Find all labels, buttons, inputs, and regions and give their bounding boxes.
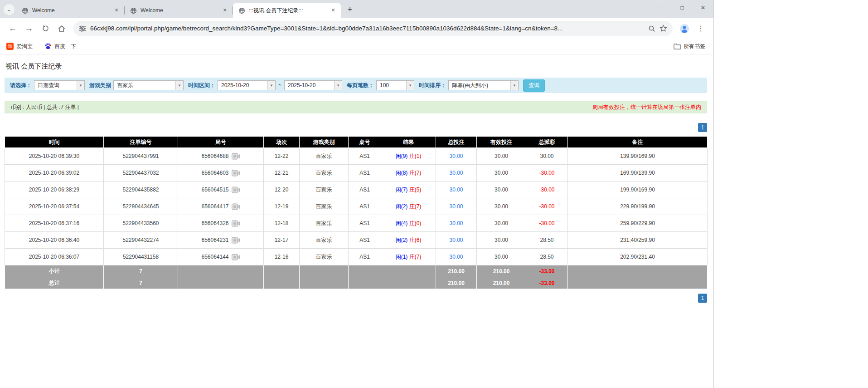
bookmark-taobao[interactable]: 淘 爱淘宝: [6, 43, 33, 50]
home-button[interactable]: [54, 21, 69, 36]
close-icon[interactable]: ×: [329, 6, 337, 15]
bookmark-star-icon[interactable]: [659, 25, 667, 32]
url-text[interactable]: 66cxkj98.com/ipl/portal.php/game/betreco…: [90, 25, 644, 32]
summary-count: 7: [104, 265, 178, 277]
chevron-down-icon: ▾: [175, 81, 183, 90]
cell-payout: -30.00: [526, 165, 568, 182]
cell-bet-id: 522904435882: [104, 182, 178, 198]
cell-total-bet: 30.00: [436, 249, 477, 265]
cell-time: 2025-10-20 06:37:54: [5, 198, 104, 215]
column-header: 总派彩: [526, 137, 568, 148]
tab-bet-records[interactable]: :::视讯 会员下注纪录::: ×: [233, 3, 341, 18]
result-banker: 庄(7): [409, 254, 422, 260]
cell-payout: 28.50: [526, 249, 568, 265]
cell-payout: 30.00: [526, 148, 568, 165]
sort-select[interactable]: 降幂(由大到小) ▾: [448, 80, 519, 90]
video-icon[interactable]: [232, 237, 240, 244]
cell-payout: -30.00: [526, 198, 568, 215]
page-number-button[interactable]: 1: [698, 294, 707, 303]
total-bet-link[interactable]: 30.00: [449, 187, 463, 193]
total-bet-link[interactable]: 30.00: [449, 254, 463, 260]
table-row: 2025-10-20 06:36:07522904431158656064144…: [5, 249, 708, 265]
close-icon[interactable]: ×: [112, 6, 121, 15]
video-icon[interactable]: [232, 187, 240, 193]
per-page-select[interactable]: 100 ▾: [376, 80, 414, 90]
payout-value: 28.50: [540, 254, 553, 260]
tab-search-icon[interactable]: ⌄: [4, 4, 15, 15]
cell-time: 2025-10-20 06:36:07: [5, 249, 104, 265]
cell-result: 闲(2) 庄(6): [381, 232, 436, 249]
zoom-icon[interactable]: [648, 25, 655, 32]
close-window-button[interactable]: ✕: [693, 0, 713, 15]
minimize-button[interactable]: ─: [651, 0, 672, 15]
summary-payout: -33.00: [526, 277, 568, 289]
total-bet-link[interactable]: 30.00: [449, 170, 463, 176]
chevron-down-icon: ▾: [334, 81, 342, 90]
chevron-down-icon: ▾: [267, 81, 275, 90]
profile-avatar[interactable]: [677, 21, 692, 36]
all-bookmarks-button[interactable]: 所有书签: [674, 43, 705, 50]
refresh-icon: [42, 25, 49, 32]
cell-payout: 28.50: [526, 232, 568, 249]
result-banker: 庄(7): [409, 203, 422, 210]
cell-bet-id: 522904432274: [104, 232, 178, 249]
globe-icon: [130, 7, 137, 14]
game-type-select[interactable]: 百家乐 ▾: [113, 80, 184, 90]
globe-icon: [238, 7, 245, 14]
summary-bar: 币别 : 人民币 | 总共 :7 注单 | 周局有效投注，统一计算在该局第一张注…: [5, 101, 707, 113]
page-number-button[interactable]: 1: [698, 123, 707, 132]
query-button[interactable]: 查询: [523, 79, 545, 92]
address-bar[interactable]: 66cxkj98.com/ipl/portal.php/game/betreco…: [73, 21, 673, 36]
cell-round-id: 656064515: [178, 182, 264, 198]
tab-welcome-2[interactable]: Welcome ×: [125, 3, 233, 18]
cell-total-bet: 30.00: [436, 148, 477, 165]
back-button[interactable]: ←: [5, 21, 20, 36]
date-from-select[interactable]: 2025-10-20 ▾: [218, 80, 276, 90]
page-content: 视讯 会员下注纪录 请选择： 日期查询 ▾ 游戏类别 百家乐 ▾ 时间区间： 2…: [0, 54, 713, 307]
window-controls: ─ □ ✕: [651, 0, 713, 15]
payout-value: -30.00: [539, 220, 554, 226]
summary-valid-bet: 210.00: [477, 265, 526, 277]
bookmark-baidu[interactable]: 百度一下: [44, 43, 76, 50]
video-icon[interactable]: [232, 220, 240, 227]
query-type-select[interactable]: 日期查询 ▾: [34, 80, 85, 90]
video-icon[interactable]: [232, 170, 240, 177]
close-icon[interactable]: ×: [221, 6, 229, 15]
cell-game-type: 百家乐: [300, 249, 349, 265]
video-icon[interactable]: [232, 203, 240, 210]
cell-time: 2025-10-20 06:36:40: [5, 232, 104, 249]
total-bet-link[interactable]: 30.00: [449, 203, 463, 210]
cell-round-id: 656064231: [178, 232, 264, 249]
result-banker: 庄(1): [409, 153, 422, 159]
total-bet-link[interactable]: 30.00: [449, 220, 463, 226]
table-row: 2025-10-20 06:36:40522904432274656064231…: [5, 232, 708, 249]
cell-note: 202.90/231.40: [568, 249, 708, 265]
column-header: 注单编号: [104, 137, 178, 148]
browser-menu-button[interactable]: ⋮: [693, 21, 708, 36]
total-bet-link[interactable]: 30.00: [449, 153, 463, 159]
total-bet-link[interactable]: 30.00: [449, 237, 463, 243]
summary-label: 总计: [5, 277, 104, 289]
date-to-select[interactable]: 2025-10-20 ▾: [284, 80, 342, 90]
video-icon[interactable]: [232, 254, 240, 260]
forward-button[interactable]: →: [21, 21, 37, 36]
cell-table-no: AS1: [349, 249, 381, 265]
refresh-button[interactable]: [38, 21, 53, 36]
filter-bar: 请选择： 日期查询 ▾ 游戏类别 百家乐 ▾ 时间区间： 2025-10-20 …: [5, 78, 707, 93]
site-settings-icon[interactable]: [79, 25, 86, 32]
new-tab-button[interactable]: +: [344, 3, 356, 16]
cell-valid-bet: 30.00: [477, 232, 526, 249]
cell-time: 2025-10-20 06:38:29: [5, 182, 104, 198]
video-icon[interactable]: [232, 153, 240, 160]
cell-payout: -30.00: [526, 215, 568, 232]
back-icon: ←: [9, 24, 17, 33]
game-type-label: 游戏类别: [89, 82, 111, 89]
cell-valid-bet: 30.00: [477, 198, 526, 215]
chevron-down-icon: ▾: [77, 81, 84, 90]
summary-valid-bet: 210.00: [477, 277, 526, 289]
maximize-button[interactable]: □: [672, 0, 693, 15]
cell-session: 12-16: [264, 249, 300, 265]
result-player: 闲(2): [396, 203, 408, 210]
summary-label: 小计: [5, 265, 104, 277]
tab-welcome-1[interactable]: Welcome ×: [16, 3, 124, 18]
